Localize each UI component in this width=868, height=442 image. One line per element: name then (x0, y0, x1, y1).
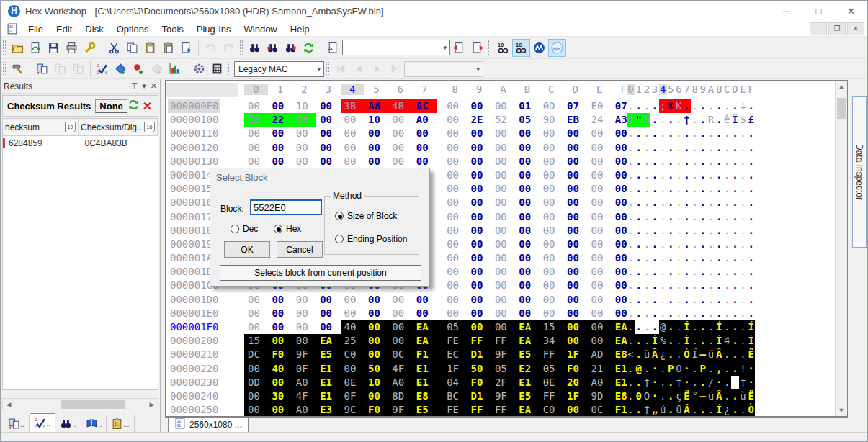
toolbar-grip[interactable] (3, 40, 6, 55)
ascii-char[interactable]: . (643, 196, 650, 209)
addblue-button[interactable] (112, 60, 130, 78)
block-input[interactable] (250, 199, 322, 215)
hex-byte[interactable]: 00 (491, 196, 515, 209)
ascii-char[interactable]: U (643, 113, 650, 127)
ascii-char[interactable]: . (659, 362, 667, 376)
hex-byte[interactable]: 24 (587, 113, 611, 127)
ascii-char[interactable]: · (683, 362, 691, 376)
ascii-char[interactable]: . (715, 168, 723, 182)
ascii-char[interactable]: . (643, 155, 650, 168)
hex-byte[interactable]: 01 (515, 99, 539, 113)
hex-byte[interactable]: E8 (413, 389, 437, 403)
ascii-char[interactable]: . (643, 141, 650, 155)
hex-byte[interactable]: 00 (587, 141, 611, 155)
ascii-char[interactable]: . (739, 334, 747, 348)
ascii-char[interactable]: . (715, 238, 723, 251)
ascii-char[interactable]: . (643, 251, 650, 265)
ascii-char[interactable]: . (731, 155, 739, 168)
hex-byte[interactable]: 00 (491, 265, 515, 279)
hex-byte[interactable]: 00 (587, 168, 611, 182)
ascii-char[interactable]: . (650, 279, 658, 292)
hex-byte[interactable]: 00 (467, 320, 491, 334)
hex-byte[interactable]: 00 (491, 307, 515, 320)
ascii-char[interactable]: . (739, 224, 747, 238)
ascii-char[interactable]: ü (675, 403, 683, 417)
hex-byte[interactable]: 4F (388, 362, 412, 376)
ascii-char[interactable]: . (667, 293, 675, 307)
hex-byte[interactable]: 00 (364, 307, 388, 320)
ascii-char[interactable]: Ò (747, 403, 755, 417)
ascii-char[interactable]: . (675, 113, 683, 127)
ascii-char[interactable]: . (650, 127, 658, 140)
ascii-char[interactable]: . (667, 403, 675, 417)
ascii-char[interactable]: . (739, 348, 747, 361)
ascii-char[interactable]: . (739, 403, 747, 417)
ascii-char[interactable]: . (627, 210, 635, 224)
ascii-char[interactable]: . (707, 127, 715, 140)
ascii-char[interactable]: Ë (747, 348, 755, 361)
hex-byte[interactable]: 00 (467, 155, 491, 168)
hex-byte[interactable]: 00 (540, 168, 563, 182)
scroll-down-icon[interactable]: ▼ (836, 407, 847, 414)
ascii-char[interactable]: . (635, 348, 643, 361)
hex-byte[interactable]: FE (437, 403, 467, 417)
ascii-char[interactable]: . (715, 279, 723, 292)
ascii-char[interactable]: . (675, 348, 683, 361)
hex-byte[interactable]: 00 (540, 182, 563, 196)
tab-find[interactable]: .. (55, 415, 81, 433)
ascii-char[interactable]: . (659, 376, 667, 389)
ascii-char[interactable]: . (707, 155, 715, 168)
hex-byte[interactable]: 00 (316, 320, 340, 334)
paste-button[interactable] (141, 39, 159, 57)
hex-byte[interactable]: 00 (491, 251, 515, 265)
hex-byte[interactable]: 00 (515, 196, 539, 209)
ascii-char[interactable]: — (699, 389, 707, 403)
refresh-icon[interactable] (127, 99, 140, 114)
ascii-char[interactable]: Â (715, 348, 723, 361)
ascii-char[interactable]: . (683, 293, 691, 307)
hex-byte[interactable]: 4B (388, 99, 412, 113)
hex-byte[interactable]: 00 (437, 210, 467, 224)
hex-byte[interactable]: 8D (388, 389, 412, 403)
ascii-char[interactable]: . (739, 251, 747, 265)
ascii-char[interactable]: . (650, 196, 658, 209)
ascii-char[interactable]: . (627, 251, 635, 265)
ascii-char[interactable]: . (699, 307, 707, 320)
hex-byte[interactable]: 00 (467, 265, 491, 279)
ascii-char[interactable]: . (659, 265, 667, 279)
ascii-char[interactable]: . (643, 293, 650, 307)
ascii-char[interactable]: . (707, 307, 715, 320)
hex-byte[interactable]: 1F (563, 348, 587, 361)
minimize-button[interactable]: ─ (770, 1, 802, 21)
hex-byte[interactable]: 00 (388, 155, 412, 168)
ascii-char[interactable]: . (659, 251, 667, 265)
ascii-char[interactable]: . (635, 182, 643, 196)
hex-byte[interactable]: 00 (341, 127, 364, 140)
ascii-char[interactable]: . (723, 168, 731, 182)
ascii-char[interactable]: . (627, 196, 635, 209)
ascii-char[interactable]: . (731, 127, 739, 140)
ascii-char[interactable]: . (635, 210, 643, 224)
undo-button[interactable] (202, 39, 220, 57)
intel-button[interactable]: intel (548, 39, 566, 57)
ascii-char[interactable]: . (747, 141, 755, 155)
ascii-char[interactable]: . (650, 155, 658, 168)
ascii-char[interactable]: . (731, 403, 739, 417)
hex-byte[interactable]: 00 (292, 155, 316, 168)
ascii-char[interactable]: Â (715, 389, 723, 403)
ascii-char[interactable]: . (627, 320, 635, 334)
ascii-char[interactable]: . (707, 141, 715, 155)
hex-byte[interactable]: FF (491, 334, 515, 348)
hex-byte[interactable]: 00 (467, 279, 491, 292)
ascii-char[interactable]: . (739, 293, 747, 307)
hex-byte[interactable]: 00 (587, 293, 611, 307)
open-button[interactable] (9, 39, 27, 57)
hex-byte[interactable]: 00 (437, 182, 467, 196)
ascii-char[interactable]: . (723, 348, 731, 361)
toolbar-grip[interactable] (3, 62, 6, 76)
hex-byte[interactable]: 20 (563, 376, 587, 389)
ascii-char[interactable]: . (675, 127, 683, 140)
ascii-char[interactable]: . (635, 334, 643, 348)
nav-combobox-arrow-icon[interactable]: ▾ (476, 66, 480, 73)
ascii-char[interactable]: . (635, 238, 643, 251)
